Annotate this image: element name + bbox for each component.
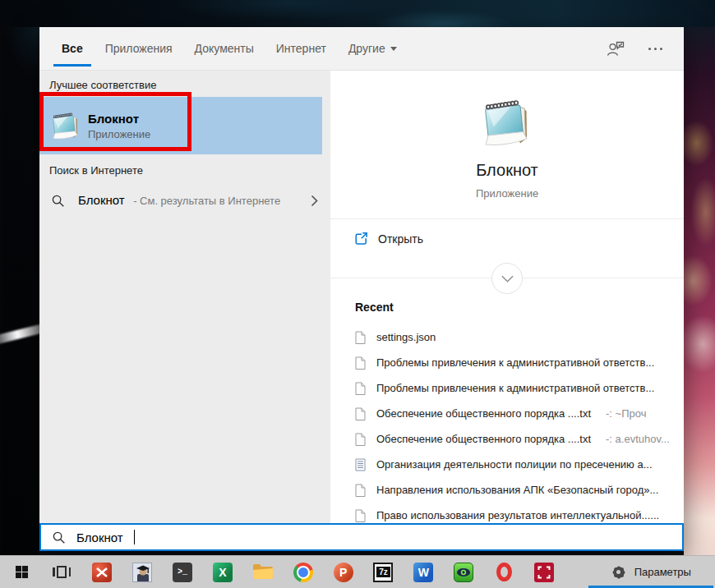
recent-item[interactable]: settings.json xyxy=(330,324,684,350)
capture-tool-icon xyxy=(534,563,554,582)
best-match-item[interactable]: Блокнот Приложение xyxy=(39,97,322,154)
expand-more-button[interactable] xyxy=(491,263,523,294)
tab-web[interactable]: Интернет xyxy=(276,27,326,70)
web-search-query: Блокнот xyxy=(78,193,125,207)
search-results-body: Лучшее соответствие Блокнот Приложение П… xyxy=(39,71,684,523)
taskbar-item-terminal[interactable]: >_ xyxy=(163,556,203,588)
best-match-subtitle: Приложение xyxy=(88,128,150,140)
recent-item-suffix: -: a.evtuhov... xyxy=(606,433,670,445)
taskbar-item-consultant[interactable] xyxy=(122,556,163,588)
header-actions xyxy=(607,40,664,57)
chevron-down-icon xyxy=(501,275,514,283)
document-icon xyxy=(355,484,366,497)
tab-web-label: Интернет xyxy=(276,42,326,55)
search-input[interactable]: Блокнот xyxy=(39,523,684,551)
tab-more[interactable]: Другие xyxy=(348,27,397,70)
taskbar-item-double-commander[interactable] xyxy=(82,556,122,588)
tab-all-label: Все xyxy=(62,42,83,55)
search-filter-bar: Все Приложения Документы Интернет Другие xyxy=(39,27,684,71)
more-options-icon[interactable] xyxy=(647,44,664,53)
recent-item-text: Право использования результатов интеллек… xyxy=(376,509,659,521)
document-icon xyxy=(355,433,366,446)
opera-icon xyxy=(496,563,512,581)
recent-item[interactable]: Обеспечение общественного порядка ....tx… xyxy=(330,401,684,426)
recent-item-text: Направления использования АПК «Безопасны… xyxy=(376,484,658,496)
wallpaper-light-streak xyxy=(0,322,39,347)
tab-documents[interactable]: Документы xyxy=(195,27,254,70)
recent-item-text: settings.json xyxy=(376,331,436,343)
document-icon xyxy=(355,407,366,420)
search-icon xyxy=(52,531,66,544)
text-cursor xyxy=(134,530,136,544)
taskbar-item-word[interactable]: W xyxy=(404,556,444,588)
recent-item[interactable]: Проблемы привлечения к административной … xyxy=(330,350,684,375)
tab-all[interactable]: Все xyxy=(62,27,83,70)
taskbar-item-excel[interactable]: X xyxy=(202,556,242,588)
recent-list: settings.json Проблемы привлечения к адм… xyxy=(330,324,684,523)
document-text-icon xyxy=(355,458,366,471)
taskbar-item-opera[interactable] xyxy=(484,556,524,588)
document-icon xyxy=(355,382,366,395)
word-icon: W xyxy=(413,563,433,582)
recent-item[interactable]: Направления использования АПК «Безопасны… xyxy=(330,477,684,503)
chevron-right-icon xyxy=(311,195,318,207)
taskbar: >_ X P 7z W xyxy=(0,555,715,588)
tab-more-label: Другие xyxy=(348,42,385,55)
web-search-item[interactable]: Блокнот - См. результаты в Интернете xyxy=(39,183,330,218)
best-match-section-label: Лучшее соответствие xyxy=(39,71,330,97)
chevron-down-icon xyxy=(390,47,397,51)
task-view-icon xyxy=(53,566,71,578)
recent-item-text: Организация деятельности полиции по прес… xyxy=(376,458,653,471)
tab-apps[interactable]: Приложения xyxy=(105,27,173,70)
recent-item-text: Проблемы привлечения к административной … xyxy=(376,382,654,394)
task-view-button[interactable] xyxy=(42,556,82,588)
document-icon xyxy=(355,356,366,370)
open-action[interactable]: Открыть xyxy=(330,219,684,258)
taskbar-item-chrome[interactable] xyxy=(283,556,323,588)
web-search-section-label: Поиск в Интернете xyxy=(39,154,330,183)
settings-label: Параметры xyxy=(634,566,691,578)
taskbar-item-media-player[interactable] xyxy=(444,556,484,588)
recent-item-suffix: -: ~Проч xyxy=(606,407,646,420)
document-icon xyxy=(355,331,366,344)
double-commander-icon xyxy=(92,563,112,582)
desktop-wallpaper-top xyxy=(0,0,715,27)
search-input-value: Блокнот xyxy=(76,531,123,544)
taskbar-item-settings[interactable]: Параметры xyxy=(587,556,715,588)
taskbar-item-powerpoint[interactable]: P xyxy=(323,556,363,588)
open-action-label: Открыть xyxy=(378,232,423,246)
recent-item[interactable]: Обеспечение общественного порядка ....tx… xyxy=(330,426,684,452)
gear-icon xyxy=(611,565,626,580)
taskbar-item-capture[interactable] xyxy=(524,556,565,588)
desktop-wallpaper-right xyxy=(684,27,715,555)
preview-pane: Блокнот Приложение Открыть R xyxy=(330,71,684,523)
windows-logo-icon xyxy=(16,566,29,579)
taskbar-item-file-explorer[interactable] xyxy=(242,556,283,588)
divider xyxy=(330,278,684,278)
recent-item[interactable]: Право использования результатов интеллек… xyxy=(330,503,684,523)
chrome-icon xyxy=(293,563,313,582)
search-icon xyxy=(51,194,65,208)
recent-item-text: Обеспечение общественного порядка ....tx… xyxy=(376,433,591,445)
document-icon xyxy=(355,509,366,522)
seven-zip-icon: 7z xyxy=(373,563,393,582)
tab-apps-label: Приложения xyxy=(105,42,173,55)
recent-item-text: Обеспечение общественного порядка ....tx… xyxy=(376,407,591,420)
recent-item-text: Проблемы привлечения к административной … xyxy=(376,356,654,369)
file-explorer-icon xyxy=(252,563,274,581)
excel-icon: X xyxy=(213,563,233,582)
terminal-icon: >_ xyxy=(173,563,192,582)
recent-item[interactable]: Организация деятельности полиции по прес… xyxy=(330,452,684,477)
recent-item[interactable]: Проблемы привлечения к административной … xyxy=(330,375,684,401)
desktop-wallpaper-left xyxy=(0,27,39,555)
powerpoint-icon: P xyxy=(334,563,353,582)
search-flyout-panel: Все Приложения Документы Интернет Другие xyxy=(39,27,684,551)
best-match-title: Блокнот xyxy=(88,112,150,126)
user-feedback-icon[interactable] xyxy=(607,40,625,57)
app-title: Блокнот xyxy=(330,161,684,180)
start-button[interactable] xyxy=(2,556,42,588)
media-player-eye-icon xyxy=(454,563,473,582)
app-subtitle: Приложение xyxy=(330,187,684,200)
notepad-icon-large xyxy=(482,97,533,148)
taskbar-item-7zip[interactable]: 7z xyxy=(363,556,404,588)
